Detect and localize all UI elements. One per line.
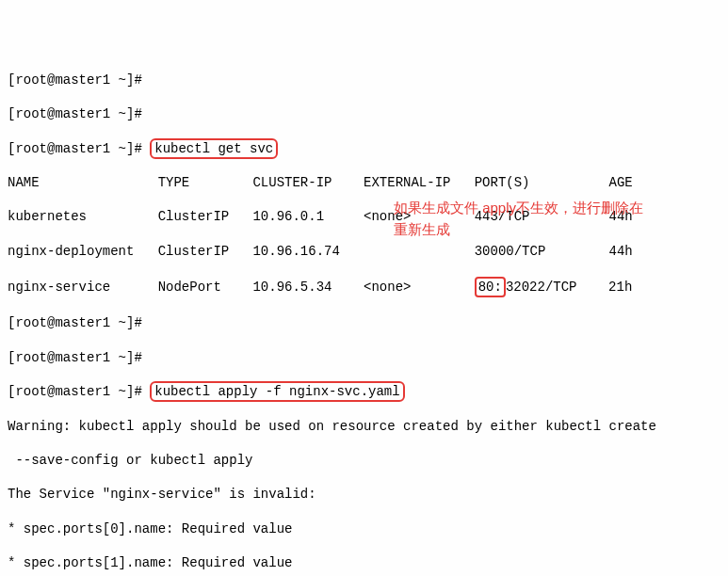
cmd-line: [root@master1 ~]# kubectl apply -f nginx…	[8, 383, 720, 400]
port-highlight: 80:	[475, 277, 506, 297]
prompt: [root@master1 ~]#	[8, 141, 150, 156]
warning-line: * spec.ports[0].name: Required value	[8, 520, 720, 537]
note-line1: 如果生成文件 apply不生效，进行删除在	[394, 198, 643, 219]
table-row: nginx-deployment ClusterIP 10.96.16.74 3…	[8, 243, 720, 260]
cmd-get-svc[interactable]: kubectl get svc	[150, 138, 278, 159]
table-header: NAME TYPE CLUSTER-IP EXTERNAL-IP PORT(S)…	[8, 174, 720, 191]
prompt: [root@master1 ~]#	[8, 315, 150, 330]
prompt: [root@master1 ~]#	[8, 384, 150, 399]
prompt-line: [root@master1 ~]#	[8, 349, 720, 366]
prompt-line: [root@master1 ~]#	[8, 105, 720, 122]
cmd-apply[interactable]: kubectl apply -f nginx-svc.yaml	[150, 381, 404, 402]
warning-line: The Service "nginx-service" is invalid:	[8, 486, 720, 503]
note-line2: 重新生成	[394, 219, 643, 241]
prompt: [root@master1 ~]#	[8, 350, 150, 365]
warning-line: Warning: kubectl apply should be used on…	[8, 418, 720, 435]
prompt-line: [root@master1 ~]#	[8, 72, 720, 88]
annotation-note: 如果生成文件 apply不生效，进行删除在 重新生成	[394, 198, 643, 240]
warning-line: * spec.ports[1].name: Required value	[8, 554, 720, 571]
prompt: [root@master1 ~]#	[8, 72, 150, 88]
cmd-line: [root@master1 ~]# kubectl get svc	[8, 140, 720, 157]
prompt: [root@master1 ~]#	[8, 106, 150, 121]
warning-line: --save-config or kubectl apply	[8, 452, 720, 469]
prompt-line: [root@master1 ~]#	[8, 314, 720, 331]
table-row: nginx-service NodePort 10.96.5.34 <none>…	[8, 277, 720, 297]
